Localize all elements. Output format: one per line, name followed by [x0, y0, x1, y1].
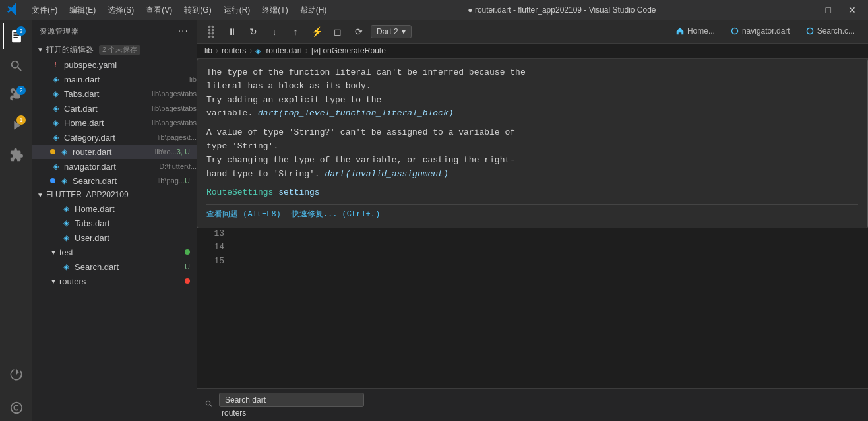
- search-input[interactable]: [219, 393, 364, 407]
- tab-navigator[interactable]: navigator.dart: [723, 20, 798, 44]
- editor-container: 1 2 3 4 5 6 7 8 9 10 11 12 13 14 15 The …: [197, 59, 868, 388]
- tab-home[interactable]: Home...: [668, 20, 723, 44]
- folder-test[interactable]: ▼ test: [32, 245, 197, 259]
- activity-test[interactable]: [3, 362, 29, 388]
- file-search-meta: lib\pag...: [157, 177, 185, 185]
- search-text-area: routers: [219, 393, 364, 418]
- debug-toolbar: ⏸ ↻ ↓ ↑ ⚡ ◻ ⟳ Dart 2 ▾ Home... navigator…: [197, 20, 868, 44]
- maximize-button[interactable]: □: [821, 3, 836, 16]
- hover-spacer2: [230, 181, 858, 186]
- debug-hot-reload-button[interactable]: ⚡: [307, 22, 326, 41]
- debug-step-over-button[interactable]: ↓: [265, 22, 284, 41]
- activity-explorer[interactable]: 2: [3, 23, 29, 49]
- dart-icon-tabs: ◈: [50, 88, 61, 99]
- dart-icon-navigator: ◈: [50, 161, 61, 172]
- breadcrumb-sep2: ›: [249, 46, 252, 55]
- file-home2[interactable]: ◈ Home.dart: [32, 201, 197, 216]
- file-home-meta: lib\pages\tabs: [152, 119, 197, 127]
- editor-area: ⏸ ↻ ↓ ↑ ⚡ ◻ ⟳ Dart 2 ▾ Home... navigator…: [197, 20, 868, 421]
- file-tabs-meta: lib\pages\tabs: [152, 90, 197, 98]
- tab-navigator-label: navigator.dart: [742, 26, 790, 36]
- file-search[interactable]: ◈ Search.dart lib\pag... U: [32, 174, 197, 188]
- file-home[interactable]: ◈ Home.dart lib\pages\tabs: [32, 115, 197, 130]
- menu-view[interactable]: 查看(V): [142, 3, 175, 17]
- menu-run[interactable]: 运行(R): [220, 3, 254, 17]
- svg-point-3: [212, 28, 214, 31]
- tab-search[interactable]: Search.c...: [798, 20, 863, 44]
- titlebar-menu[interactable]: 文件(F) 编辑(E) 选择(S) 查看(V) 转到(G) 运行(R) 终端(T…: [28, 3, 330, 17]
- hover-line1: The type of the function literal can't b…: [230, 66, 858, 80]
- file-main-meta: lib: [189, 75, 197, 83]
- file-tabs-name: Tabs.dart: [64, 89, 148, 99]
- hover-action-bar: 查看问题 (Alt+F8) 快速修复... (Ctrl+.): [230, 204, 858, 221]
- routers-arrow: ▼: [50, 278, 57, 285]
- file-cart[interactable]: ◈ Cart.dart lib\pages\tabs: [32, 101, 197, 115]
- activity-bar: 2 2 1: [0, 20, 32, 421]
- file-cart-meta: lib\pages\tabs: [152, 104, 197, 112]
- file-navigator[interactable]: ◈ navigator.dart D:\flutter\f...: [32, 159, 197, 174]
- sidebar-more-actions[interactable]: ···: [178, 25, 189, 37]
- activity-search[interactable]: [3, 53, 29, 79]
- file-search2[interactable]: ◈ Search.dart U: [32, 259, 197, 274]
- open-editors-section[interactable]: ▼ 打开的编辑器 2 个未保存: [32, 42, 197, 57]
- breadcrumb-lib[interactable]: lib: [204, 46, 212, 55]
- tab-search-label: Search.c...: [817, 26, 855, 36]
- menu-terminal[interactable]: 终端(T): [259, 3, 291, 17]
- breadcrumb: lib › routers › ◈ router.dart › [ø] onGe…: [197, 44, 868, 59]
- activity-source-control[interactable]: 2: [3, 82, 29, 109]
- debug-pause-button[interactable]: ⏸: [223, 22, 241, 41]
- flutter-app-section[interactable]: ▼ FLUTTER_APP202109: [32, 188, 197, 201]
- debug-drag-handle[interactable]: [202, 22, 220, 41]
- language-select[interactable]: Dart 2 ▾: [371, 25, 412, 38]
- file-tabs2[interactable]: ◈ Tabs.dart: [32, 216, 197, 230]
- debug-restart-button[interactable]: ↻: [244, 22, 263, 41]
- close-button[interactable]: ✕: [843, 3, 861, 16]
- activity-extensions[interactable]: [3, 142, 29, 168]
- hover-route-settings: RouteSettings settings: [230, 186, 858, 200]
- titlebar: 文件(F) 编辑(E) 选择(S) 查看(V) 转到(G) 运行(R) 终端(T…: [0, 0, 868, 20]
- file-tabs[interactable]: ◈ Tabs.dart lib\pages\tabs: [32, 86, 197, 101]
- exclamation-icon: !: [50, 59, 61, 70]
- breadcrumb-method[interactable]: [ø] onGenerateRoute: [311, 46, 386, 55]
- language-label: Dart 2: [377, 27, 398, 36]
- menu-edit[interactable]: 编辑(E): [66, 3, 99, 17]
- dart-icon-cart: ◈: [50, 103, 61, 113]
- breadcrumb-file-icon: ◈: [255, 47, 261, 55]
- file-pubspec[interactable]: ! pubspec.yaml: [32, 57, 197, 72]
- debug-stop-button[interactable]: ◻: [328, 22, 347, 41]
- menu-help[interactable]: 帮助(H): [297, 3, 330, 17]
- explorer-badge: 2: [16, 26, 26, 36]
- file-main[interactable]: ◈ main.dart lib: [32, 72, 197, 86]
- file-user[interactable]: ◈ User.dart: [32, 230, 197, 245]
- file-category[interactable]: ◈ Category.dart lib\pages\t...: [32, 130, 197, 145]
- bottom-search: routers: [197, 388, 868, 421]
- menu-goto[interactable]: 转到(G): [181, 3, 214, 17]
- breadcrumb-routers[interactable]: routers: [222, 46, 246, 55]
- menu-select[interactable]: 选择(S): [104, 3, 137, 17]
- file-cart-name: Cart.dart: [64, 104, 148, 113]
- sidebar: 资源管理器 ··· ▼ 打开的编辑器 2 个未保存 ! pubspec.yaml…: [32, 20, 197, 421]
- folder-routers[interactable]: ▼ routers: [32, 274, 197, 288]
- svg-point-0: [208, 25, 211, 28]
- debug-inspect-button[interactable]: ⟳: [350, 22, 368, 41]
- hover-popup: The type of the function literal can't b…: [230, 59, 868, 228]
- test-dot: [185, 249, 190, 255]
- activity-remote[interactable]: [3, 395, 29, 421]
- activity-run[interactable]: 1: [3, 112, 29, 139]
- minimize-button[interactable]: —: [794, 3, 814, 16]
- code-editor[interactable]: The type of the function literal can't b…: [230, 59, 868, 388]
- file-search-badge: U: [185, 177, 197, 185]
- debug-step-into-button[interactable]: ↑: [286, 22, 305, 41]
- breadcrumb-router-dart[interactable]: router.dart: [266, 46, 302, 55]
- hover-spacer1: [230, 121, 858, 126]
- file-pubspec-name: pubspec.yaml: [64, 60, 197, 70]
- dart-icon-router: ◈: [59, 146, 69, 157]
- search-icon: [204, 399, 214, 410]
- file-router[interactable]: ◈ router.dart lib\ro... 3, U: [32, 145, 197, 159]
- menu-file[interactable]: 文件(F): [28, 3, 61, 17]
- file-router-badge: 3, U: [177, 148, 197, 156]
- folder-test-name: test: [59, 247, 185, 257]
- hover-action-quickfix[interactable]: 快速修复... (Ctrl+.): [292, 209, 380, 221]
- hover-action-view-problem[interactable]: 查看问题 (Alt+F8): [230, 209, 281, 221]
- titlebar-buttons: — □ ✕: [794, 3, 861, 16]
